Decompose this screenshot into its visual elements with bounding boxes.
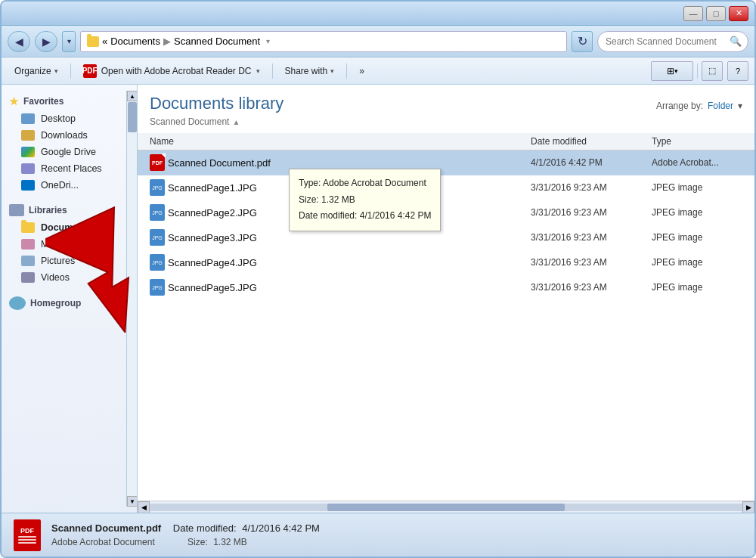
breadcrumb-documents[interactable]: Documents: [110, 36, 160, 47]
more-icon: »: [359, 66, 364, 76]
scrollbar-thumb[interactable]: [128, 102, 137, 132]
videos-folder-icon: [21, 272, 35, 283]
toolbar: Organize ▾ PDF Open with Adobe Acrobat R…: [2, 57, 754, 85]
sidebar-item-pictures[interactable]: Pictures: [2, 253, 137, 269]
scroll-right-button[interactable]: ▶: [742, 501, 754, 513]
table-row[interactable]: PDF Scanned Document.pdf 4/1/2016 4:42 P…: [138, 150, 754, 175]
sidebar-scrollbar[interactable]: ▲ ▼: [126, 91, 137, 507]
table-row[interactable]: JPG ScannedPage2.JPG 3/31/2016 9:23 AM J…: [138, 200, 754, 225]
file-type: JPEG image: [652, 182, 742, 193]
maximize-button[interactable]: □: [706, 6, 726, 21]
back-icon: ◀: [15, 36, 23, 48]
file-name: ScannedPage3.JPG: [168, 232, 531, 243]
scrollbar-thumb[interactable]: [327, 504, 565, 511]
view-separator: [697, 64, 698, 79]
homegroup-icon: [9, 296, 26, 310]
sidebar-item-label: Music: [41, 239, 66, 250]
organize-button[interactable]: Organize ▾: [8, 60, 65, 82]
arrange-by-value[interactable]: Folder: [708, 101, 733, 111]
onedrive-folder-icon: [21, 180, 35, 191]
sidebar-item-videos[interactable]: Videos: [2, 269, 137, 286]
back-button[interactable]: ◀: [8, 31, 30, 52]
col-header-type[interactable]: Type: [652, 136, 742, 147]
tooltip-type: Type: Adobe Acrobat Document: [299, 175, 431, 192]
status-filename-text: Scanned Document.pdf: [51, 522, 161, 534]
pane-icon: ⬚: [708, 66, 716, 76]
close-button[interactable]: ✕: [729, 6, 748, 21]
file-date: 3/31/2016 9:23 AM: [531, 207, 652, 218]
file-name: Scanned Document.pdf: [168, 157, 531, 169]
preview-pane-button[interactable]: ⬚: [702, 61, 723, 81]
table-row[interactable]: JPG ScannedPage1.JPG 3/31/2016 9:23 AM J…: [138, 175, 754, 200]
file-date: 3/31/2016 9:23 AM: [531, 232, 652, 243]
sidebar-item-google-drive[interactable]: Google Drive: [2, 144, 137, 160]
col-header-name[interactable]: Name: [150, 136, 531, 147]
view-mode-button[interactable]: ⊞ ▾: [651, 61, 693, 81]
scrollbar-down-button[interactable]: ▼: [127, 496, 138, 507]
share-with-button[interactable]: Share with ▾: [278, 60, 342, 82]
scrollbar-track[interactable]: [150, 504, 742, 511]
status-meta: Adobe Acrobat Document Size: 1.32 MB: [51, 537, 320, 547]
arrange-arrow-icon: ▾: [738, 101, 742, 111]
subfolder-name: Scanned Document: [150, 116, 229, 127]
jpg-icon: JPG: [150, 279, 165, 296]
breadcrumb-current[interactable]: Scanned Document: [174, 36, 260, 47]
sidebar-item-documents[interactable]: Documents: [2, 219, 137, 236]
scroll-left-button[interactable]: ◀: [138, 501, 150, 513]
table-row[interactable]: JPG ScannedPage3.JPG 3/31/2016 9:23 AM J…: [138, 225, 754, 250]
status-filename: Scanned Document.pdf Date modified: 4/1/…: [51, 522, 320, 534]
horizontal-scrollbar[interactable]: ◀ ▶: [138, 501, 754, 513]
search-input[interactable]: [606, 36, 727, 47]
col-header-date[interactable]: Date modified: [531, 136, 652, 147]
more-options-button[interactable]: »: [352, 60, 371, 82]
arrange-by-control[interactable]: Arrange by: Folder ▾: [656, 101, 742, 111]
forward-button[interactable]: ▶: [35, 31, 57, 52]
table-row[interactable]: JPG ScannedPage5.JPG 3/31/2016 9:23 AM J…: [138, 275, 754, 300]
explorer-window: — □ ✕ ◀ ▶ ▾ « Documents ▶ Scanned Docume…: [0, 0, 756, 558]
sidebar-item-onedrive[interactable]: OneDri...: [2, 177, 137, 194]
search-box[interactable]: 🔍: [597, 31, 748, 52]
sidebar-item-desktop[interactable]: Desktop: [2, 110, 137, 127]
open-with-button[interactable]: PDF Open with Adobe Acrobat Reader DC ▾: [76, 60, 267, 82]
jpg-icon: JPG: [150, 229, 165, 246]
file-icon: JPG: [150, 179, 168, 196]
file-name: ScannedPage5.JPG: [168, 282, 531, 293]
file-icon: JPG: [150, 279, 168, 296]
file-date: 3/31/2016 9:23 AM: [531, 282, 652, 293]
file-date: 3/31/2016 9:23 AM: [531, 182, 652, 193]
breadcrumb-dropdown-icon[interactable]: ▾: [266, 37, 270, 45]
refresh-button[interactable]: ↻: [572, 31, 593, 52]
file-tooltip: Type: Adobe Acrobat Document Size: 1.32 …: [289, 169, 441, 231]
jpg-icon: JPG: [150, 254, 165, 271]
title-bar: — □ ✕: [2, 2, 754, 26]
toolbar-separator-2: [272, 64, 273, 79]
acro-line: [18, 539, 36, 541]
arrange-by-label: Arrange by:: [656, 101, 703, 111]
organize-arrow: ▾: [54, 67, 58, 75]
minimize-button[interactable]: —: [683, 6, 703, 21]
sidebar-item-recent-places[interactable]: Recent Places: [2, 160, 137, 177]
share-with-arrow: ▾: [330, 67, 334, 75]
tooltip-size-label: Size:: [299, 194, 319, 205]
open-with-label: Open with Adobe Acrobat Reader DC: [101, 66, 252, 76]
sidebar-item-downloads[interactable]: Downloads: [2, 127, 137, 144]
pdf-icon: PDF: [150, 154, 165, 171]
sidebar-divider-2: [2, 286, 137, 292]
sort-arrow-icon: ▲: [232, 118, 240, 126]
sidebar-item-label: Videos: [41, 272, 70, 283]
status-file-type: Adobe Acrobat Document: [51, 537, 155, 547]
address-bar: ◀ ▶ ▾ « Documents ▶ Scanned Document ▾ ↻…: [2, 26, 754, 57]
documents-folder-icon: [21, 222, 35, 233]
history-dropdown-button[interactable]: ▾: [62, 31, 76, 52]
address-breadcrumb[interactable]: « Documents ▶ Scanned Document ▾: [80, 31, 567, 52]
folder-icon: [87, 36, 99, 47]
organize-label: Organize: [14, 66, 51, 76]
sidebar-item-music[interactable]: Music: [2, 236, 137, 253]
help-button[interactable]: ?: [727, 61, 748, 81]
sidebar-item-label: Desktop: [41, 113, 76, 124]
tooltip-size-value: 1.32 MB: [321, 194, 355, 205]
table-row[interactable]: JPG ScannedPage4.JPG 3/31/2016 9:23 AM J…: [138, 250, 754, 275]
status-size-label: Size:: [187, 537, 208, 547]
tooltip-size: Size: 1.32 MB: [299, 192, 431, 209]
scrollbar-up-button[interactable]: ▲: [127, 91, 138, 101]
